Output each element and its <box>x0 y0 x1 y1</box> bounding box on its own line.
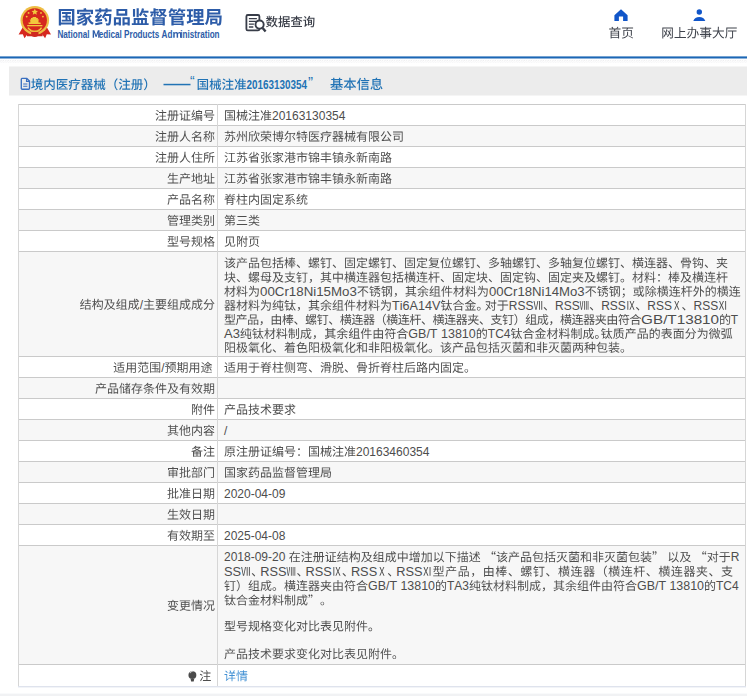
svg-text:2025-04-08: 2025-04-08 <box>224 529 286 543</box>
svg-text:00Cr18Ni14Mo3: 00Cr18Ni14Mo3 <box>489 285 585 299</box>
svg-text:RSS: RSS <box>509 299 534 313</box>
svg-text:RSS: RSS <box>306 565 332 579</box>
svg-text:Ti6A14V: Ti6A14V <box>392 299 440 313</box>
svg-text:GB/T 13810: GB/T 13810 <box>408 327 476 341</box>
svg-text:RSS: RSS <box>396 565 422 579</box>
svg-text:GB/T 13810: GB/T 13810 <box>368 579 435 593</box>
svg-text:GB/T13810: GB/T13810 <box>641 313 719 327</box>
svg-text:R: R <box>731 550 740 564</box>
svg-text:A3: A3 <box>224 327 240 341</box>
svg-text:20163130354: 20163130354 <box>247 78 307 92</box>
svg-text:RSS: RSS <box>555 299 580 313</box>
svg-text:inistration: inistration <box>180 29 219 40</box>
svg-text:RSS: RSS <box>260 565 286 579</box>
svg-text:TC4: TC4 <box>488 327 511 341</box>
svg-text:“: “ <box>190 73 195 89</box>
svg-text:RSS: RSS <box>694 299 719 313</box>
svg-text:TA3: TA3 <box>447 579 469 593</box>
svg-text:2020-04-09: 2020-04-09 <box>224 487 286 501</box>
svg-text:”: ” <box>308 73 313 90</box>
svg-text:edical Products Ad: edical Products Ad <box>99 29 173 40</box>
svg-text:20163130354: 20163130354 <box>272 109 346 123</box>
svg-text:20163460354: 20163460354 <box>356 445 430 459</box>
svg-text:TC4: TC4 <box>716 579 739 593</box>
svg-text:T: T <box>731 313 739 327</box>
svg-text:GB/T 13810: GB/T 13810 <box>637 579 704 593</box>
svg-text:00Cr18Ni15Mo3: 00Cr18Ni15Mo3 <box>260 285 357 299</box>
svg-text:SS: SS <box>224 565 241 579</box>
svg-text:National: National <box>57 29 91 40</box>
svg-text:2018-09-20: 2018-09-20 <box>224 550 289 564</box>
svg-text:RSS: RSS <box>601 299 626 313</box>
svg-text:RSS: RSS <box>351 565 377 579</box>
svg-text:RSS: RSS <box>647 299 672 313</box>
